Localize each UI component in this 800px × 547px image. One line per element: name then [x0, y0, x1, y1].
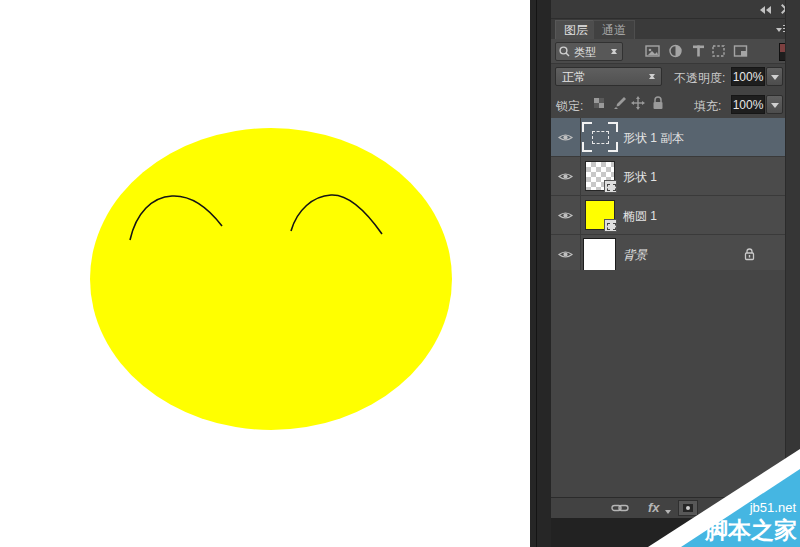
layer-name[interactable]: 形状 1 副本	[623, 130, 684, 147]
layers-list: 形状 1 副本 形状 1	[551, 118, 785, 274]
eye-icon	[558, 249, 573, 260]
vector-mask-thumbnail-selected[interactable]	[582, 122, 618, 152]
yellow-ellipse-shape	[90, 128, 452, 430]
layer-thumbnail-yellow[interactable]	[585, 200, 615, 230]
background-lock-icon	[744, 248, 755, 261]
lock-transparency-icon[interactable]	[592, 96, 606, 110]
filter-kind-arrows-icon	[611, 47, 618, 56]
app-background-strip	[551, 518, 800, 547]
filter-shape-layers-icon[interactable]	[711, 44, 726, 58]
fill-value[interactable]: 100%	[731, 95, 765, 114]
visibility-toggle[interactable]	[551, 157, 581, 195]
visibility-toggle[interactable]	[551, 196, 581, 234]
filter-kind-select[interactable]: 类型	[555, 42, 623, 61]
tab-layers[interactable]: 图层	[555, 20, 597, 39]
layer-thumbnail-white[interactable]	[583, 238, 616, 271]
layer-row-shape1-copy[interactable]: 形状 1 副本	[551, 118, 785, 157]
panel-scrollbar-gutter[interactable]	[785, 0, 800, 547]
filter-adjustment-layers-icon[interactable]	[668, 44, 683, 58]
layer-row-ellipse1[interactable]: 椭圆 1	[551, 196, 785, 235]
visibility-toggle[interactable]	[551, 235, 581, 273]
tab-channels[interactable]: 通道	[593, 20, 635, 39]
filter-pixel-layers-icon[interactable]	[645, 44, 660, 58]
fill-label: 填充:	[694, 98, 721, 115]
blend-mode-value: 正常	[562, 70, 586, 84]
panel-tabs: 图层 通道	[551, 19, 800, 39]
filter-smart-objects-icon[interactable]	[733, 44, 748, 58]
layer-name[interactable]: 背景	[623, 247, 647, 264]
layer-name[interactable]: 形状 1	[623, 169, 657, 186]
layer-filter-row: 类型	[551, 39, 800, 64]
shape-layer-badge-icon	[604, 180, 617, 193]
panel-bottom-bar: fx	[551, 497, 785, 519]
layers-panel: 图层 通道 类型	[551, 0, 800, 547]
add-layer-mask-icon[interactable]	[678, 500, 698, 516]
lock-pixels-brush-icon[interactable]	[613, 96, 627, 110]
panel-titlebar	[551, 0, 800, 19]
link-layers-icon[interactable]	[611, 503, 629, 513]
shape-path-icon	[592, 131, 609, 144]
eye-icon	[558, 171, 573, 182]
layer-thumbnail-transparent[interactable]	[585, 161, 615, 191]
fx-dropdown-arrow-icon	[665, 510, 671, 517]
eye-icon	[558, 210, 573, 221]
collapse-to-icons-icon[interactable]	[760, 6, 772, 14]
photoshop-window: 图层 通道 类型	[0, 0, 800, 547]
fill-dropdown-button[interactable]	[766, 95, 783, 114]
face-artwork	[0, 0, 530, 547]
eye-icon	[558, 132, 573, 143]
opacity-value[interactable]: 100%	[731, 67, 765, 86]
document-canvas[interactable]	[0, 0, 530, 547]
layer-name[interactable]: 椭圆 1	[623, 208, 657, 225]
filter-type-layers-icon[interactable]	[691, 44, 706, 58]
visibility-toggle[interactable]	[551, 118, 581, 156]
lock-position-move-icon[interactable]	[631, 96, 645, 110]
layers-empty-area	[551, 270, 785, 497]
opacity-label: 不透明度:	[674, 70, 725, 87]
blend-mode-arrows-icon	[649, 72, 656, 81]
lock-label: 锁定:	[556, 98, 583, 115]
lock-row: 锁定: 填充: 100%	[551, 91, 800, 119]
shape-layer-badge-icon	[604, 219, 617, 232]
layer-style-fx-icon[interactable]: fx	[648, 500, 660, 515]
layer-row-shape1[interactable]: 形状 1	[551, 157, 785, 196]
filter-kind-label: 类型	[574, 45, 596, 60]
opacity-dropdown-button[interactable]	[766, 67, 783, 86]
lock-all-padlock-icon[interactable]	[651, 96, 665, 110]
blend-row: 正常 不透明度: 100%	[551, 63, 800, 91]
blend-mode-select[interactable]: 正常	[555, 67, 662, 86]
search-icon	[559, 46, 570, 57]
dock-divider	[530, 0, 551, 547]
layer-row-background[interactable]: 背景	[551, 235, 785, 274]
